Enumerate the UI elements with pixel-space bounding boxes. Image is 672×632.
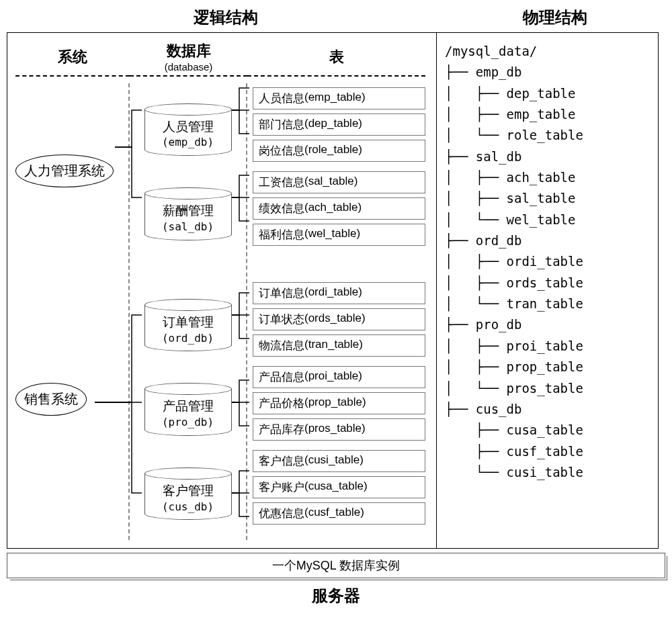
- logical-body: 人力管理系统 销售系统 人员管理 (emp_db): [15, 83, 428, 540]
- table-box: 订单状态(ords_table): [253, 308, 425, 330]
- col-header-table: 表: [247, 47, 425, 67]
- system-ellipse: 销售系统: [15, 383, 87, 416]
- table-box: 产品库存(pros_table): [253, 418, 425, 441]
- diagram-root: 逻辑结构 物理结构: [7, 7, 665, 606]
- logical-box: 系统 数据库 (database) 表 人力管理系统: [7, 32, 437, 549]
- cylinder-icon: 产品管理 (pro_db): [144, 383, 232, 435]
- table-name: 优惠信息: [259, 506, 304, 521]
- table-code: (sal_table): [304, 175, 358, 190]
- database-node: 产品管理 (pro_db): [130, 383, 246, 435]
- table-code: (cusa_table): [304, 480, 368, 495]
- server-title: 服务器: [7, 585, 665, 606]
- col-header-table-label: 表: [329, 48, 344, 65]
- table-name: 订单信息: [259, 285, 304, 301]
- table-code: (pros_table): [304, 422, 366, 437]
- col-header-database: 数据库 (database): [130, 41, 247, 73]
- table-group: 工资信息(sal_table)绩效信息(ach_table)福利信息(wel_t…: [253, 171, 425, 246]
- db-name: 薪酬管理: [163, 204, 214, 218]
- table-code: (emp_table): [304, 91, 366, 106]
- table-box: 福利信息(wel_table): [253, 224, 425, 246]
- table-name: 产品价格: [259, 396, 304, 411]
- table-code: (cusi_table): [304, 453, 364, 469]
- table-code: (ach_table): [304, 201, 362, 216]
- cylinder-icon: 薪酬管理 (sal_db): [144, 187, 232, 240]
- table-box: 产品价格(prop_table): [253, 392, 425, 414]
- table-code: (cusf_table): [304, 506, 364, 521]
- top-titles-row: 逻辑结构 物理结构: [7, 7, 665, 32]
- table-name: 产品信息: [259, 369, 304, 385]
- system-node: 销售系统: [15, 258, 128, 540]
- db-code: (sal_db): [162, 220, 214, 233]
- table-name: 福利信息: [259, 227, 304, 242]
- table-box: 物流信息(tran_table): [253, 334, 425, 357]
- table-name: 客户信息: [259, 453, 304, 469]
- title-logical: 逻辑结构: [7, 7, 445, 32]
- table-name: 岗位信息: [259, 143, 304, 159]
- table-name: 绩效信息: [259, 201, 304, 216]
- system-ellipse: 人力管理系统: [15, 154, 114, 187]
- main-row: 系统 数据库 (database) 表 人力管理系统: [7, 32, 665, 549]
- table-name: 产品库存: [259, 422, 304, 437]
- cylinder-icon: 订单管理 (ord_db): [144, 299, 232, 351]
- table-code: (dep_table): [304, 117, 362, 132]
- database-column: 人员管理 (emp_db) 薪酬管理 (sal_db): [130, 83, 247, 540]
- column-headers: 系统 数据库 (database) 表: [15, 41, 428, 73]
- table-box: 人员信息(emp_table): [253, 87, 425, 109]
- table-group: 订单信息(ordi_table)订单状态(ords_table)物流信息(tra…: [253, 282, 425, 357]
- table-group: 产品信息(proi_table)产品价格(prop_table)产品库存(pro…: [253, 366, 425, 441]
- table-box: 工资信息(sal_table): [253, 171, 425, 193]
- db-code: (ord_db): [162, 332, 214, 345]
- db-name: 订单管理: [163, 315, 214, 329]
- instance-bar: 一个MySQL 数据库实例: [7, 553, 665, 578]
- instance-label: 一个MySQL 数据库实例: [272, 559, 400, 572]
- col-header-database-label: 数据库: [167, 42, 211, 59]
- table-name: 客户账户: [259, 480, 304, 495]
- table-code: (ordi_table): [304, 285, 362, 301]
- db-code: (pro_db): [162, 416, 214, 428]
- database-node: 薪酬管理 (sal_db): [130, 187, 246, 240]
- physical-box: /mysql_data/ ├── emp_db │ ├── dep_table …: [437, 32, 659, 549]
- table-column: 人员信息(emp_table)部门信息(dep_table)岗位信息(role_…: [247, 83, 425, 540]
- db-code: (emp_db): [162, 136, 214, 148]
- col-header-system-label: 系统: [58, 48, 87, 65]
- table-box: 订单信息(ordi_table): [253, 282, 425, 304]
- table-box: 客户账户(cusa_table): [253, 476, 425, 498]
- database-node: 客户管理 (cus_db): [130, 467, 246, 520]
- table-code: (prop_table): [304, 396, 366, 411]
- table-box: 客户信息(cusi_table): [253, 450, 425, 472]
- table-code: (wel_table): [304, 227, 360, 242]
- db-name: 人员管理: [163, 120, 214, 134]
- table-box: 优惠信息(cusf_table): [253, 502, 425, 525]
- header-dashed-divider: [15, 75, 428, 77]
- table-code: (tran_table): [304, 338, 363, 353]
- table-name: 工资信息: [259, 175, 304, 190]
- db-name: 产品管理: [163, 399, 214, 413]
- table-code: (proi_table): [304, 369, 362, 385]
- table-box: 部门信息(dep_table): [253, 114, 425, 136]
- system-column: 人力管理系统 销售系统: [15, 83, 130, 540]
- database-node: 订单管理 (ord_db): [130, 299, 246, 351]
- table-group: 客户信息(cusi_table)客户账户(cusa_table)优惠信息(cus…: [253, 450, 425, 525]
- col-header-system: 系统: [15, 47, 130, 67]
- table-box: 产品信息(proi_table): [253, 366, 425, 388]
- database-node: 人员管理 (emp_db): [130, 103, 246, 156]
- cylinder-icon: 客户管理 (cus_db): [144, 467, 232, 520]
- system-node: 人力管理系统: [15, 83, 128, 258]
- db-name: 客户管理: [163, 484, 214, 498]
- cylinder-icon: 人员管理 (emp_db): [144, 103, 232, 156]
- table-code: (ords_table): [304, 312, 366, 327]
- db-code: (cus_db): [162, 500, 214, 513]
- table-name: 人员信息: [259, 91, 304, 106]
- table-box: 绩效信息(ach_table): [253, 197, 425, 220]
- directory-tree: /mysql_data/ ├── emp_db │ ├── dep_table …: [445, 41, 653, 483]
- table-group: 人员信息(emp_table)部门信息(dep_table)岗位信息(role_…: [253, 87, 425, 162]
- title-physical: 物理结构: [445, 7, 665, 32]
- table-code: (role_table): [304, 143, 362, 159]
- table-box: 岗位信息(role_table): [253, 140, 425, 162]
- table-name: 订单状态: [259, 312, 304, 327]
- col-header-database-sub: (database): [130, 61, 247, 73]
- table-name: 物流信息: [259, 338, 304, 353]
- table-name: 部门信息: [259, 117, 304, 132]
